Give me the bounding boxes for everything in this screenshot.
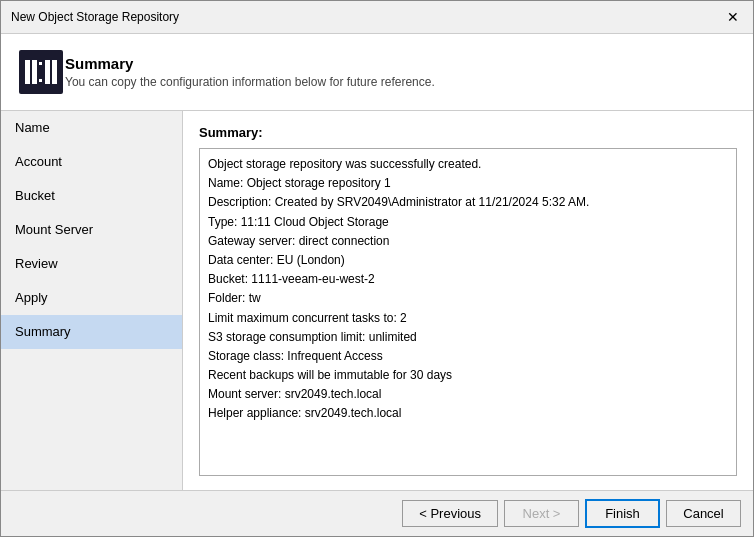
header-text: Summary You can copy the configuration i… xyxy=(65,55,435,89)
summary-line: Helper appliance: srv2049.tech.local xyxy=(208,404,728,423)
previous-button[interactable]: < Previous xyxy=(402,500,498,527)
summary-line: Gateway server: direct connection xyxy=(208,232,728,251)
next-button[interactable]: Next > xyxy=(504,500,579,527)
header-title: Summary xyxy=(65,55,435,72)
summary-line: Limit maximum concurrent tasks to: 2 xyxy=(208,309,728,328)
sidebar-item-name[interactable]: Name xyxy=(1,111,182,145)
summary-line: Storage class: Infrequent Access xyxy=(208,347,728,366)
sidebar-item-account[interactable]: Account xyxy=(1,145,182,179)
finish-button[interactable]: Finish xyxy=(585,499,660,528)
close-button[interactable]: ✕ xyxy=(723,7,743,27)
sidebar-item-summary[interactable]: Summary xyxy=(1,315,182,349)
sidebar: NameAccountBucketMount ServerReviewApply… xyxy=(1,111,183,490)
svg-rect-6 xyxy=(39,79,42,82)
sidebar-item-review[interactable]: Review xyxy=(1,247,182,281)
dialog: New Object Storage Repository ✕ Summary … xyxy=(0,0,754,537)
sidebar-item-apply[interactable]: Apply xyxy=(1,281,182,315)
main-panel: Summary: Object storage repository was s… xyxy=(183,111,753,490)
summary-box[interactable]: Object storage repository was successful… xyxy=(199,148,737,476)
content-area: NameAccountBucketMount ServerReviewApply… xyxy=(1,111,753,490)
summary-line: Data center: EU (London) xyxy=(208,251,728,270)
summary-line: Description: Created by SRV2049\Administ… xyxy=(208,193,728,212)
svg-rect-1 xyxy=(25,60,30,84)
summary-line: Mount server: srv2049.tech.local xyxy=(208,385,728,404)
svg-rect-3 xyxy=(45,60,50,84)
header: Summary You can copy the configuration i… xyxy=(1,34,753,111)
svg-rect-4 xyxy=(52,60,57,84)
sidebar-item-mount-server[interactable]: Mount Server xyxy=(1,213,182,247)
summary-line: Recent backups will be immutable for 30 … xyxy=(208,366,728,385)
summary-label: Summary: xyxy=(199,125,737,140)
summary-line: Object storage repository was successful… xyxy=(208,155,728,174)
cancel-button[interactable]: Cancel xyxy=(666,500,741,527)
sidebar-item-bucket[interactable]: Bucket xyxy=(1,179,182,213)
summary-line: S3 storage consumption limit: unlimited xyxy=(208,328,728,347)
footer: < Previous Next > Finish Cancel xyxy=(1,490,753,536)
summary-line: Folder: tw xyxy=(208,289,728,308)
summary-line: Bucket: 1111-veeam-eu-west-2 xyxy=(208,270,728,289)
logo-icon xyxy=(17,48,65,96)
summary-line: Name: Object storage repository 1 xyxy=(208,174,728,193)
svg-rect-5 xyxy=(39,62,42,65)
title-bar: New Object Storage Repository ✕ xyxy=(1,1,753,34)
svg-rect-2 xyxy=(32,60,37,84)
dialog-title: New Object Storage Repository xyxy=(11,10,179,24)
header-subtitle: You can copy the configuration informati… xyxy=(65,75,435,89)
summary-line: Type: 11:11 Cloud Object Storage xyxy=(208,213,728,232)
